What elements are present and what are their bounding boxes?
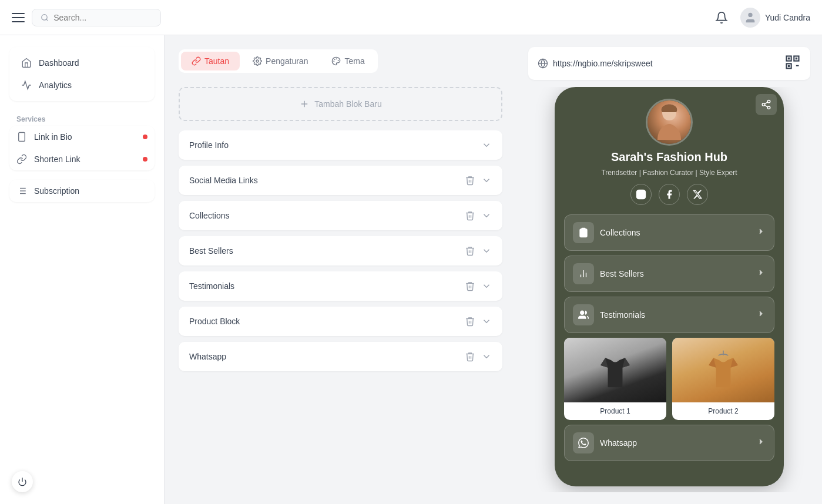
analytics-icon — [21, 80, 32, 90]
svg-point-10 — [256, 60, 259, 62]
phone-content: Sarah's Fashion Hub Trendsetter | Fashio… — [555, 87, 784, 486]
phone-testimonials-label: Testimonials — [600, 310, 645, 320]
product-1-image — [564, 338, 666, 402]
home-icon — [21, 58, 32, 68]
clipboard-icon — [578, 227, 589, 238]
tab-tautan[interactable]: Tautan — [181, 52, 240, 70]
sidebar-label-dashboard: Dashboard — [39, 58, 79, 68]
dot-indicator-2 — [143, 157, 147, 162]
chevron-down-icon-profile[interactable] — [481, 140, 492, 150]
chevron-right-icon — [756, 227, 766, 236]
testimonials-link-icon — [573, 304, 594, 325]
sidebar-item-subscription[interactable]: Subscription — [9, 180, 155, 202]
block-collections[interactable]: Collections — [179, 201, 502, 230]
tshirt-2-svg — [709, 347, 738, 394]
tabs: Tautan Pengaturan Tema — [179, 49, 378, 73]
phone-link-collections[interactable]: Collections — [564, 214, 774, 251]
power-button[interactable] — [12, 471, 33, 492]
search-box — [32, 9, 161, 26]
share-button[interactable] — [756, 94, 777, 115]
sidebar-label-shorten-link: Shorten Link — [34, 154, 80, 164]
sidebar-item-link-in-bio[interactable]: Link in Bio — [9, 126, 155, 148]
search-input[interactable] — [53, 13, 152, 22]
phone-collections-label: Collections — [600, 228, 640, 237]
product-2-image — [672, 338, 774, 402]
product-1-name: Product 1 — [564, 402, 666, 420]
sidebar-item-analytics[interactable]: Analytics — [14, 74, 150, 96]
block-best-sellers-label: Best Sellers — [189, 246, 233, 256]
svg-line-34 — [764, 102, 767, 104]
block-best-sellers[interactable]: Best Sellers — [179, 236, 502, 266]
phone-link-testimonials[interactable]: Testimonials — [564, 297, 774, 333]
whatsapp-link-icon — [573, 432, 594, 453]
facebook-icon — [664, 189, 675, 200]
instagram-link[interactable] — [630, 184, 652, 205]
sidebar-item-shorten-link[interactable]: Shorten Link — [9, 148, 155, 170]
user-info[interactable]: Yudi Candra — [740, 8, 810, 28]
svg-point-11 — [337, 59, 337, 59]
chevron-down-icon-best-sellers[interactable] — [481, 246, 492, 256]
phone-link-best-sellers[interactable]: Best Sellers — [564, 256, 774, 292]
chevron-down-icon-testimonials[interactable] — [481, 281, 492, 291]
sidebar-nav-card: Dashboard Analytics — [9, 47, 155, 101]
services-section: Services Link in Bio Shorten Link — [9, 108, 155, 170]
preview-url: https://ngbio.me/skripsweet — [553, 59, 653, 68]
menu-icon[interactable] — [12, 13, 25, 22]
phone-best-sellers-label: Best Sellers — [600, 269, 644, 278]
whatsapp-icon — [578, 438, 589, 448]
trash-icon-testimonials[interactable] — [465, 281, 475, 291]
block-collections-label: Collections — [189, 211, 229, 220]
tab-tema-label: Tema — [344, 56, 364, 66]
block-testimonials[interactable]: Testimonials — [179, 271, 502, 301]
twitter-x-link[interactable] — [687, 184, 708, 205]
notification-icon[interactable] — [712, 8, 731, 27]
qr-code-button[interactable] — [784, 54, 801, 73]
chevron-down-icon-whatsapp[interactable] — [481, 351, 492, 362]
chevron-down-icon-product-block[interactable] — [481, 316, 492, 327]
sidebar-label-link-in-bio: Link in Bio — [34, 132, 72, 142]
sidebar: Dashboard Analytics Services Link in Bio — [0, 35, 165, 504]
share-icon — [761, 99, 771, 110]
block-profile-info[interactable]: Profile Info — [179, 130, 502, 160]
header-left — [12, 9, 161, 26]
phone-whatsapp-label: Whatsapp — [600, 438, 637, 448]
add-block-button[interactable]: Tambah Blok Baru — [179, 87, 502, 121]
svg-point-31 — [762, 103, 765, 106]
chevron-down-icon-social[interactable] — [481, 175, 492, 186]
trash-icon-product-block[interactable] — [465, 316, 475, 327]
trash-icon-social[interactable] — [465, 175, 475, 186]
block-social-media-links-label: Social Media Links — [189, 176, 258, 185]
phone-icon — [16, 132, 27, 142]
svg-rect-38 — [582, 229, 585, 230]
trash-icon-collections[interactable] — [465, 210, 475, 221]
avatar — [740, 8, 760, 28]
profile-person-img — [655, 102, 684, 143]
collections-link-icon — [573, 222, 594, 243]
block-social-media-links[interactable]: Social Media Links — [179, 166, 502, 195]
power-icon — [18, 477, 27, 486]
link-icon — [16, 154, 27, 164]
tshirt-1-svg — [600, 347, 630, 394]
trash-icon-whatsapp[interactable] — [465, 351, 475, 362]
tab-pengaturan[interactable]: Pengaturan — [242, 52, 318, 70]
svg-point-32 — [767, 106, 770, 109]
svg-rect-22 — [788, 58, 790, 60]
editor-panel: Tautan Pengaturan Tema Tambah Blok Baru … — [165, 35, 516, 504]
chevron-down-icon-collections[interactable] — [481, 210, 492, 221]
svg-line-33 — [764, 105, 767, 107]
trash-icon-best-sellers[interactable] — [465, 246, 475, 256]
block-product-block[interactable]: Product Block — [179, 307, 502, 336]
profile-section: Sarah's Fashion Hub Trendsetter | Fashio… — [564, 99, 774, 205]
facebook-link[interactable] — [659, 184, 680, 205]
block-whatsapp[interactable]: Whatsapp — [179, 342, 502, 371]
sidebar-item-dashboard[interactable]: Dashboard — [14, 52, 150, 74]
product-card-1[interactable]: Product 1 — [564, 338, 666, 420]
tab-tema[interactable]: Tema — [321, 52, 375, 70]
svg-point-12 — [338, 61, 339, 61]
product-card-2[interactable]: Product 2 — [672, 338, 774, 420]
services-card: Link in Bio Shorten Link — [9, 126, 155, 170]
svg-rect-24 — [788, 65, 790, 68]
chart-bar-icon — [578, 268, 589, 279]
phone-link-whatsapp[interactable]: Whatsapp — [564, 425, 774, 461]
profile-bio: Trendsetter | Fashion Curator | Style Ex… — [601, 169, 737, 177]
